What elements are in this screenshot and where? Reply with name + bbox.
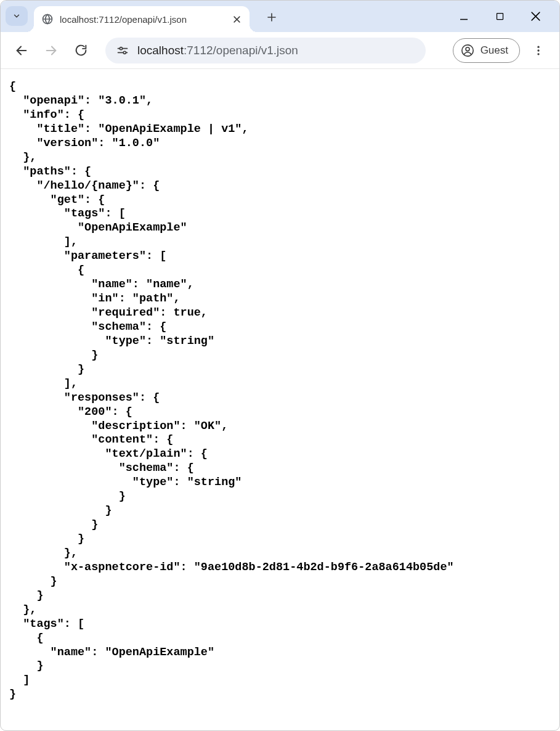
svg-point-14: [123, 51, 126, 54]
person-icon: [461, 44, 474, 57]
browser-toolbar: localhost:7112/openapi/v1.json Guest: [1, 32, 559, 69]
tab-search-button[interactable]: [6, 6, 28, 26]
back-button[interactable]: [10, 39, 33, 62]
window-controls: [455, 1, 554, 32]
url-text: localhost:7112/openapi/v1.json: [137, 44, 415, 57]
address-bar[interactable]: localhost:7112/openapi/v1.json: [105, 38, 426, 63]
arrow-right-icon: [44, 44, 58, 57]
forward-button[interactable]: [40, 39, 62, 62]
svg-point-12: [120, 47, 122, 49]
svg-point-18: [537, 49, 539, 51]
profile-button[interactable]: Guest: [453, 38, 520, 63]
json-response-body[interactable]: { "openapi": "3.0.1", "info": { "title":…: [1, 69, 559, 730]
profile-label: Guest: [481, 44, 508, 57]
svg-point-19: [537, 53, 539, 55]
svg-point-17: [537, 46, 539, 47]
new-tab-button[interactable]: [261, 6, 283, 28]
active-tab[interactable]: localhost:7112/openapi/v1.json: [34, 6, 250, 32]
close-icon: [530, 10, 542, 22]
browser-menu-button[interactable]: [527, 39, 550, 62]
minimize-button[interactable]: [455, 7, 473, 26]
svg-rect-6: [497, 14, 503, 20]
tune-icon: [116, 44, 129, 57]
svg-point-16: [466, 47, 469, 51]
chevron-down-icon: [12, 12, 21, 20]
reload-button[interactable]: [70, 39, 92, 62]
maximize-icon: [495, 12, 505, 21]
reload-icon: [75, 44, 87, 57]
close-icon: [232, 15, 241, 24]
more-vertical-icon: [532, 44, 545, 57]
tab-title: localhost:7112/openapi/v1.json: [60, 14, 225, 25]
minimize-icon: [458, 11, 469, 22]
browser-titlebar: localhost:7112/openapi/v1.json: [1, 1, 559, 32]
plus-icon: [266, 12, 277, 23]
window-close-button[interactable]: [526, 7, 545, 26]
tab-close-button[interactable]: [231, 14, 242, 25]
maximize-button[interactable]: [490, 7, 509, 26]
arrow-left-icon: [15, 44, 28, 57]
site-settings-button[interactable]: [116, 44, 129, 57]
url-host: localhost: [137, 44, 184, 57]
globe-icon: [41, 13, 54, 25]
url-path: :7112/openapi/v1.json: [184, 44, 298, 57]
